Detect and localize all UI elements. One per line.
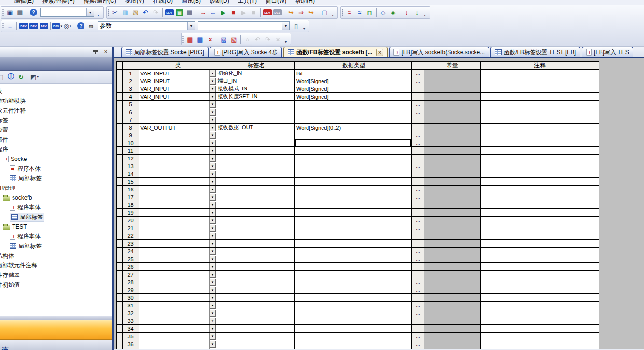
menu-item[interactable]: 窗口(W) bbox=[266, 0, 286, 5]
help-icon[interactable]: ? bbox=[28, 8, 39, 17]
datatype-cell[interactable] bbox=[295, 248, 412, 255]
class-cell[interactable]: ▼ bbox=[139, 139, 216, 147]
label-cell[interactable] bbox=[216, 170, 295, 178]
datatype-browse-button[interactable]: … bbox=[412, 116, 424, 124]
datatype-browse-button[interactable]: … bbox=[412, 217, 424, 224]
class-dropdown-icon[interactable]: ▼ bbox=[209, 255, 216, 262]
datatype-browse-button[interactable]: … bbox=[412, 271, 424, 278]
class-dropdown-icon[interactable]: ▼ bbox=[209, 101, 216, 108]
class-dropdown-icon[interactable]: ▼ bbox=[209, 85, 216, 92]
datatype-cell[interactable] bbox=[295, 155, 412, 162]
tree-item-结构体[interactable]: 结构体 bbox=[0, 251, 112, 261]
datatype-browse-button[interactable]: … bbox=[412, 302, 424, 309]
class-cell[interactable]: ▼ bbox=[139, 131, 216, 139]
label-cell[interactable] bbox=[216, 217, 295, 224]
class-cell[interactable]: VAR_INPUT▼ bbox=[139, 93, 216, 101]
datatype-cell[interactable] bbox=[295, 255, 412, 263]
class-dropdown-icon[interactable]: ▼ bbox=[209, 294, 216, 301]
datatype-cell[interactable] bbox=[295, 240, 412, 248]
device-list-icon[interactable]: DEV bbox=[28, 21, 39, 31]
device-test-off-icon[interactable]: DEV bbox=[272, 8, 282, 17]
hw-config-icon[interactable]: ▦ bbox=[184, 8, 195, 17]
statement-list-icon[interactable]: ≡ bbox=[5, 21, 15, 31]
class-cell[interactable]: ▼ bbox=[139, 116, 216, 124]
class-dropdown-icon[interactable]: ▼ bbox=[209, 325, 216, 332]
label-cell[interactable] bbox=[216, 302, 295, 309]
class-cell[interactable]: ▼ bbox=[139, 317, 216, 325]
datatype-browse-button[interactable]: … bbox=[412, 93, 424, 101]
class-cell[interactable]: ▼ bbox=[139, 248, 216, 255]
datatype-browse-button[interactable]: … bbox=[412, 232, 424, 240]
tree-item-sockefb[interactable]: sockefb bbox=[3, 193, 112, 203]
comment-cell[interactable] bbox=[481, 286, 599, 294]
class-cell[interactable]: ▼ bbox=[139, 201, 216, 209]
comment-cell[interactable] bbox=[481, 178, 599, 186]
comment-cell[interactable] bbox=[481, 302, 599, 309]
comment-cell[interactable] bbox=[481, 93, 599, 101]
class-dropdown-icon[interactable]: ▼ bbox=[209, 124, 216, 131]
datatype-browse-button[interactable]: … bbox=[412, 224, 424, 232]
tree-item-程序[interactable]: 程序 bbox=[0, 145, 112, 154]
undo-icon[interactable]: ↶ bbox=[140, 8, 151, 17]
class-cell[interactable]: ▼ bbox=[139, 224, 216, 232]
label-cell[interactable] bbox=[216, 147, 295, 155]
datatype-cell[interactable] bbox=[295, 302, 412, 309]
datatype-browse-button[interactable]: … bbox=[412, 147, 424, 155]
class-cell[interactable]: ▼ bbox=[139, 193, 216, 201]
class-cell[interactable]: ▼ bbox=[139, 286, 216, 294]
class-dropdown-icon[interactable]: ▼ bbox=[209, 317, 216, 324]
trace-limit2-icon[interactable]: ↓ bbox=[412, 8, 422, 17]
datatype-browse-button[interactable]: … bbox=[412, 263, 424, 271]
trace-find-icon[interactable]: ◇ bbox=[378, 8, 388, 17]
comment-cell[interactable] bbox=[481, 278, 599, 286]
datatype-cell[interactable]: Word[Signed] bbox=[295, 93, 412, 101]
print-icon[interactable]: ▤ bbox=[15, 8, 25, 17]
delete-row-icon[interactable]: × bbox=[205, 34, 215, 44]
class-dropdown-icon[interactable]: ▼ bbox=[209, 232, 216, 239]
class-dropdown-icon[interactable]: ▼ bbox=[209, 178, 216, 185]
class-dropdown-icon[interactable]: ▼ bbox=[209, 193, 216, 201]
class-dropdown-icon[interactable]: ▼ bbox=[209, 217, 216, 224]
comment-cell[interactable] bbox=[481, 263, 599, 271]
label-cell[interactable] bbox=[216, 325, 295, 333]
datatype-cell[interactable] bbox=[295, 178, 412, 186]
datatype-browse-button[interactable]: … bbox=[412, 155, 424, 162]
label-cell[interactable] bbox=[216, 162, 295, 170]
datatype-cell[interactable] bbox=[295, 333, 412, 340]
label-cell[interactable] bbox=[216, 248, 295, 255]
datatype-browse-button[interactable]: … bbox=[412, 348, 424, 349]
comment-cell[interactable] bbox=[481, 325, 599, 333]
display-filter-icon[interactable]: ◩▾ bbox=[29, 72, 40, 82]
comment-cell[interactable] bbox=[481, 186, 599, 193]
document-tab[interactable]: [FB]写入 TES bbox=[582, 47, 633, 57]
comment-cell[interactable] bbox=[481, 348, 599, 349]
tree-item-程序本体[interactable]: 程序本体 bbox=[0, 203, 112, 212]
tree-item-设置[interactable]: 设置 bbox=[0, 125, 112, 135]
datatype-cell[interactable] bbox=[295, 116, 412, 124]
tree-item-Socke[interactable]: Socke bbox=[3, 154, 112, 164]
class-cell[interactable]: VAR_OUTPUT▼ bbox=[139, 124, 216, 131]
nav-bottom-bar[interactable]: 连 bbox=[0, 340, 112, 350]
monitor-stop-icon[interactable]: ■ bbox=[228, 8, 238, 17]
comment-cell[interactable] bbox=[481, 193, 599, 201]
datatype-cell[interactable] bbox=[295, 147, 412, 155]
tree-item-件存储器[interactable]: 件存储器 bbox=[0, 270, 112, 280]
label-cell[interactable] bbox=[216, 209, 295, 217]
class-cell[interactable]: ▼ bbox=[139, 240, 216, 248]
datatype-cell[interactable] bbox=[295, 317, 412, 325]
comment-cell[interactable] bbox=[481, 201, 599, 209]
class-dropdown-icon[interactable]: ▼ bbox=[209, 77, 216, 85]
comment-cell[interactable] bbox=[481, 124, 599, 131]
add-row-icon[interactable]: ▤ bbox=[195, 34, 205, 44]
class-dropdown-icon[interactable]: ▼ bbox=[209, 271, 216, 278]
tab-close-icon[interactable]: × bbox=[376, 49, 383, 56]
datatype-cell[interactable] bbox=[295, 286, 412, 294]
pin-icon[interactable] bbox=[91, 48, 99, 56]
document-tab[interactable]: [PRG]写入 Socke 4步 bbox=[210, 47, 282, 57]
class-cell[interactable]: ▼ bbox=[139, 255, 216, 263]
undo-label-icon[interactable]: ↶ bbox=[252, 34, 263, 44]
zoom-icon[interactable]: ◎▾ bbox=[62, 21, 72, 31]
menu-item[interactable]: 工具(T) bbox=[238, 0, 257, 5]
datatype-browse-button[interactable]: … bbox=[412, 333, 424, 340]
label-cell[interactable] bbox=[216, 340, 295, 348]
